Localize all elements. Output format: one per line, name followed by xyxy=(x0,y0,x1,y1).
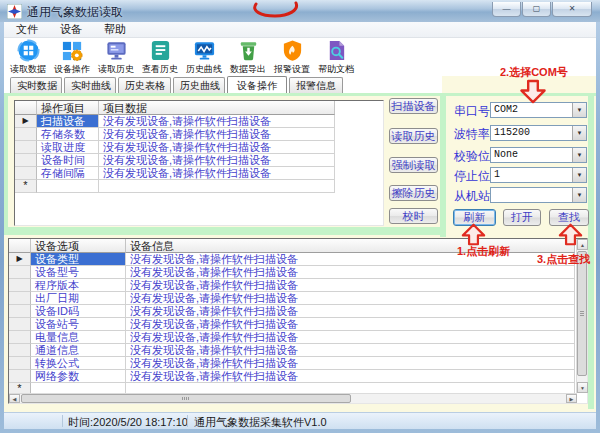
device-table: 设备选项 设备信息 ▶ 设备类型 没有发现设备,请操作软件扫描设备 设备型号 没… xyxy=(8,238,588,404)
horizontal-scrollbar[interactable]: ◀ ▶ xyxy=(9,393,577,403)
toolbar-alarm-settings-button[interactable]: 报警设置 xyxy=(270,38,314,76)
time-sync-button[interactable]: 校时 xyxy=(389,208,438,224)
menu-device[interactable]: 设备 xyxy=(50,22,92,37)
toolbar-item-label: 帮助文档 xyxy=(318,63,354,76)
new-row[interactable]: * xyxy=(15,180,383,193)
tab-alarm-info[interactable]: 报警信息 xyxy=(289,77,343,93)
table-row[interactable]: 存储间隔 没有发现设备,请操作软件扫描设备 xyxy=(15,167,383,180)
column-header[interactable]: 操作项目 xyxy=(37,101,99,115)
toolbar-item-label: 读取数据 xyxy=(10,63,46,76)
help-doc-icon xyxy=(325,39,348,62)
force-read-button[interactable]: 强制读取 xyxy=(389,157,438,173)
open-button[interactable]: 打开 xyxy=(503,209,541,226)
toolbar-item-label: 数据导出 xyxy=(230,63,266,76)
table-row[interactable]: 电量信息 没有发现设备,请操作软件扫描设备 xyxy=(9,331,587,344)
status-time: 时间:2020/5/20 18:17:10 xyxy=(68,415,188,430)
scroll-left-icon[interactable]: ◀ xyxy=(9,394,20,403)
stop-bit-label: 停止位 xyxy=(454,168,490,185)
read-history-icon xyxy=(105,39,128,62)
serial-port-select[interactable]: COM2 ▼ xyxy=(490,102,587,118)
chevron-down-icon[interactable]: ▼ xyxy=(572,103,586,117)
minimize-button[interactable]: — xyxy=(492,2,521,17)
toolbar-item-label: 历史曲线 xyxy=(186,63,222,76)
annotation-step1: 1.点击刷新 xyxy=(457,244,510,259)
column-header[interactable]: 设备选项 xyxy=(31,239,126,253)
serial-port-label: 串口号 xyxy=(454,103,490,120)
toolbar-device-operate-button[interactable]: 设备操作 xyxy=(50,38,94,76)
menu-help[interactable]: 帮助 xyxy=(94,22,136,37)
divider xyxy=(4,93,8,235)
table-row[interactable]: ▶ 扫描设备 没有发现设备,请操作软件扫描设备 xyxy=(15,115,383,128)
menu-bar: 文件 设备 帮助 xyxy=(4,22,596,38)
table-row[interactable]: 设备ID码 没有发现设备,请操作软件扫描设备 xyxy=(9,305,587,318)
tab-device-operate[interactable]: 设备操作 xyxy=(227,76,287,93)
red-up-arrow-icon xyxy=(557,223,584,246)
window-title: 通用气象数据读取 xyxy=(27,4,123,21)
table-row[interactable]: 出厂日期 没有发现设备,请操作软件扫描设备 xyxy=(9,292,587,305)
toolbar-data-export-button[interactable]: 数据导出 xyxy=(226,38,270,76)
status-app-name: 通用气象数据采集软件V1.0 xyxy=(194,415,327,430)
table-row[interactable]: 存储条数 没有发现设备,请操作软件扫描设备 xyxy=(15,128,383,141)
data-export-icon xyxy=(237,39,260,62)
tab-history-table[interactable]: 历史表格 xyxy=(118,77,171,93)
erase-history-button[interactable]: 擦除历史 xyxy=(389,185,438,201)
application-window: 通用气象数据读取 — ▢ ✕ 文件 设备 帮助 读取数据 xyxy=(0,0,600,433)
read-data-icon xyxy=(17,39,40,62)
baud-rate-select[interactable]: 115200 ▼ xyxy=(490,125,587,141)
slave-station-select[interactable]: ▼ xyxy=(490,187,587,203)
red-up-arrow-icon xyxy=(460,223,487,246)
table-row[interactable]: 网络参数 没有发现设备,请操作软件扫描设备 xyxy=(9,370,587,383)
toolbar-item-label: 设备操作 xyxy=(54,63,90,76)
table-row[interactable]: 设备型号 没有发现设备,请操作软件扫描设备 xyxy=(9,266,587,279)
app-icon xyxy=(7,4,22,19)
table-row[interactable]: 设备时间 没有发现设备,请操作软件扫描设备 xyxy=(15,154,383,167)
column-header[interactable]: 项目数据 xyxy=(99,101,335,115)
table-row[interactable]: 设备站号 没有发现设备,请操作软件扫描设备 xyxy=(9,318,587,331)
chevron-down-icon[interactable]: ▼ xyxy=(572,168,586,182)
new-row-marker-icon: * xyxy=(15,180,37,193)
read-history-button[interactable]: 读取历史 xyxy=(389,128,438,144)
red-down-arrow-icon xyxy=(518,79,548,104)
divider xyxy=(588,93,594,409)
red-scribble-annotation xyxy=(248,0,300,18)
slave-station-label: 从机站 xyxy=(454,188,490,205)
title-bar[interactable]: 通用气象数据读取 — ▢ ✕ xyxy=(0,0,600,22)
scroll-right-icon[interactable]: ▶ xyxy=(566,394,577,403)
view-history-icon xyxy=(149,39,172,62)
tab-realtime-data[interactable]: 实时数据 xyxy=(10,77,62,93)
toolbar-view-history-button[interactable]: 查看历史 xyxy=(138,38,182,76)
tab-realtime-curve[interactable]: 实时曲线 xyxy=(64,77,116,93)
current-row-marker-icon: ▶ xyxy=(15,115,37,128)
divider xyxy=(440,93,446,237)
toolbar-item-label: 读取历史 xyxy=(98,63,134,76)
scrollbar-thumb[interactable] xyxy=(21,394,351,403)
stop-bit-select[interactable]: 1 ▼ xyxy=(490,167,587,183)
toolbar-read-data-button[interactable]: 读取数据 xyxy=(6,38,50,76)
chevron-down-icon[interactable]: ▼ xyxy=(572,148,586,162)
row-marker-header xyxy=(15,101,37,115)
scroll-down-icon[interactable]: ▼ xyxy=(577,382,588,393)
toolbar-read-history-button[interactable]: 读取历史 xyxy=(94,38,138,76)
scan-device-button[interactable]: 扫描设备 xyxy=(389,98,438,114)
table-row[interactable]: 转换公式 没有发现设备,请操作软件扫描设备 xyxy=(9,357,587,370)
chevron-down-icon[interactable]: ▼ xyxy=(572,188,586,202)
parity-select[interactable]: None ▼ xyxy=(490,147,587,163)
toolbar-item-label: 报警设置 xyxy=(274,63,310,76)
toolbar-history-curve-button[interactable]: 历史曲线 xyxy=(182,38,226,76)
close-button[interactable]: ✕ xyxy=(552,2,592,17)
toolbar-help-doc-button[interactable]: 帮助文档 xyxy=(314,38,358,76)
operation-table: 操作项目 项目数据 ▶ 扫描设备 没有发现设备,请操作软件扫描设备 存储条数 没… xyxy=(14,100,384,226)
table-row[interactable]: 读取进度 没有发现设备,请操作软件扫描设备 xyxy=(15,141,383,154)
table-row[interactable]: 程序版本 没有发现设备,请操作软件扫描设备 xyxy=(9,279,587,292)
annotation-step2: 2.选择COM号 xyxy=(500,65,568,80)
chevron-down-icon[interactable]: ▼ xyxy=(572,126,586,140)
table-row[interactable]: 通道信息 没有发现设备,请操作软件扫描设备 xyxy=(9,344,587,357)
alarm-settings-icon xyxy=(281,39,304,62)
maximize-button[interactable]: ▢ xyxy=(522,2,551,17)
menu-file[interactable]: 文件 xyxy=(6,22,48,37)
history-curve-icon xyxy=(193,39,216,62)
current-row-marker-icon: ▶ xyxy=(9,253,31,266)
parity-label: 校验位 xyxy=(454,148,490,165)
scrollbar-thumb[interactable] xyxy=(577,251,587,376)
tab-history-curve[interactable]: 历史曲线 xyxy=(173,77,225,93)
